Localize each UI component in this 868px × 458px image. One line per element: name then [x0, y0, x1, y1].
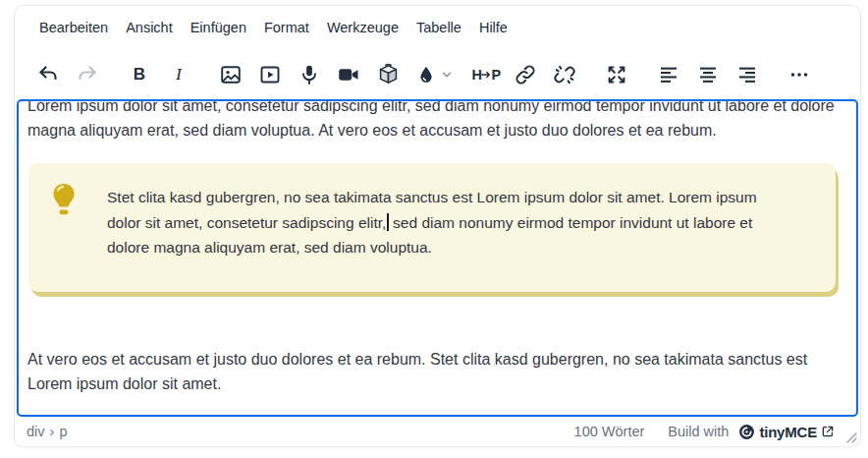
heading-to-paragraph-icon: H P [471, 67, 500, 83]
lightbulb-icon [50, 182, 78, 223]
record-audio-button[interactable] [293, 58, 326, 91]
paragraph[interactable]: Lorem ipsum dolor sit amet, consetetur s… [27, 99, 847, 143]
menu-format[interactable]: Format [255, 13, 318, 42]
element-path: div › p [27, 424, 67, 439]
resize-handle[interactable] [846, 432, 857, 443]
media-embed-icon [258, 63, 282, 86]
3d-box-icon [376, 62, 401, 86]
italic-button[interactable]: I [162, 58, 195, 91]
remove-link-button[interactable] [548, 58, 581, 91]
statusbar: div › p 100 Wörter Build with tinyMCE [15, 417, 860, 446]
paragraph[interactable]: At vero eos et accusam et justo duo dolo… [27, 347, 847, 396]
undo-icon [36, 63, 60, 86]
branding-name: tinyMCE [759, 424, 817, 440]
toolbar: B I [15, 49, 860, 99]
branding-prefix: Build with [668, 424, 729, 439]
microphone-icon [298, 63, 321, 86]
record-video-button[interactable] [332, 58, 365, 91]
fullscreen-icon [605, 63, 628, 86]
editor-content-area[interactable]: Lorem ipsum dolor sit amet, consetetur s… [17, 99, 858, 417]
align-left-button[interactable] [652, 58, 685, 91]
word-count[interactable]: 100 Wörter [574, 424, 645, 439]
fullscreen-button[interactable] [600, 58, 633, 91]
ink-droplet-icon [415, 64, 437, 86]
breadcrumb-separator: › [50, 424, 55, 439]
video-camera-icon [337, 63, 360, 86]
undo-button[interactable] [31, 58, 65, 91]
callout-text[interactable]: Stet clita kasd gubergren, no sea takima… [107, 185, 763, 260]
image-icon [219, 63, 243, 86]
menu-hilfe[interactable]: Hilfe [470, 13, 516, 42]
ink-color-split-button[interactable] [410, 58, 463, 91]
bold-icon: B [134, 65, 145, 85]
heading-to-paragraph-button[interactable]: H P [469, 58, 503, 91]
align-right-icon [735, 63, 759, 86]
more-ellipsis-icon [787, 63, 811, 86]
insert-link-button[interactable] [509, 58, 542, 91]
link-icon [514, 63, 537, 86]
menu-einfuegen[interactable]: Einfügen [182, 13, 255, 42]
external-link-icon [821, 425, 835, 438]
menu-bearbeiten[interactable]: Bearbeiten [30, 13, 117, 42]
insert-media-button[interactable] [253, 58, 287, 91]
redo-icon [76, 63, 99, 86]
more-toolbar-button[interactable] [783, 58, 816, 91]
tinymce-editor: Bearbeiten Ansicht Einfügen Format Werkz… [14, 5, 861, 447]
tinymce-logo-icon [738, 424, 755, 440]
align-center-button[interactable] [691, 58, 725, 91]
element-path-p[interactable]: p [59, 424, 67, 439]
chevron-down-icon[interactable] [440, 68, 454, 82]
align-center-icon [696, 63, 720, 86]
unlink-icon [553, 63, 576, 86]
menu-werkzeuge[interactable]: Werkzeuge [318, 13, 407, 42]
redo-button[interactable] [71, 58, 104, 91]
insert-template-button[interactable] [371, 58, 405, 91]
menubar: Bearbeiten Ansicht Einfügen Format Werkz… [15, 6, 860, 49]
align-right-button[interactable] [731, 58, 764, 91]
italic-icon: I [176, 64, 182, 85]
callout-tip-box[interactable]: Stet clita kasd gubergren, no sea takima… [28, 163, 836, 292]
tinymce-branding-link[interactable]: tinyMCE [738, 424, 835, 440]
menu-ansicht[interactable]: Ansicht [117, 13, 182, 42]
menu-tabelle[interactable]: Tabelle [407, 13, 470, 42]
bold-button[interactable]: B [123, 58, 156, 91]
insert-image-button[interactable] [214, 58, 247, 91]
align-left-icon [657, 63, 680, 86]
element-path-div[interactable]: div [27, 424, 45, 439]
